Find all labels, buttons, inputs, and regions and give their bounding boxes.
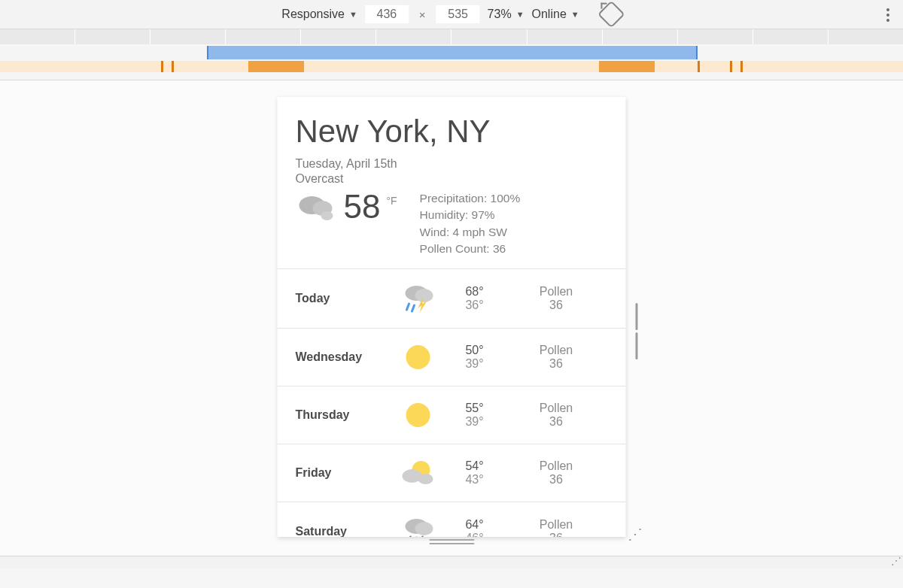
forecast-row: Today68°36°Pollen36 [278, 268, 626, 328]
forecast-list: Today68°36°Pollen36Wednesday50°39°Pollen… [278, 268, 626, 537]
device-preset-label: Responsive [281, 8, 345, 21]
partly-icon [392, 458, 445, 488]
forecast-row: Friday54°43°Pollen36 [278, 444, 626, 502]
current-condition: Overcast [296, 172, 608, 186]
chevron-down-icon: ▼ [349, 10, 357, 19]
svg-point-7 [406, 345, 430, 369]
breakpoint-marker[interactable] [740, 61, 743, 72]
media-query-bars [0, 46, 903, 80]
zoom-value: 73% [488, 8, 512, 21]
breakpoint-marker[interactable] [161, 61, 163, 72]
forecast-temps: 64°46° [445, 518, 505, 537]
current-date: Tuesday, April 15th [296, 157, 608, 171]
forecast-low: 43° [445, 473, 505, 486]
forecast-temps: 54°43° [445, 459, 505, 486]
viewport-height-input[interactable] [436, 5, 480, 23]
svg-point-13 [415, 522, 433, 535]
sun-icon [392, 400, 445, 430]
media-query-segment[interactable] [599, 61, 655, 72]
frame-resize-handle-corner[interactable]: ⋰ [628, 525, 641, 543]
statusbar: ⋰ [0, 556, 903, 568]
device-preset-select[interactable]: Responsive ▼ [281, 8, 357, 21]
forecast-temps: 50°39° [445, 344, 505, 371]
zoom-select[interactable]: 73% ▼ [488, 8, 524, 21]
window-resize-grip-icon[interactable]: ⋰ [891, 555, 900, 567]
forecast-day: Friday [296, 466, 392, 480]
forecast-pollen: Pollen36 [505, 402, 608, 429]
device-toolbar: Responsive ▼ × 73% ▼ Online ▼ [0, 0, 903, 29]
rain-icon [392, 516, 445, 537]
chevron-down-icon: ▼ [571, 10, 579, 19]
frame-resize-handle-bottom[interactable] [429, 539, 474, 544]
forecast-low: 39° [445, 415, 505, 429]
media-query-bar-min[interactable] [0, 61, 903, 72]
breakpoint-marker[interactable] [698, 61, 700, 72]
forecast-high: 55° [445, 402, 505, 415]
forecast-row: Saturday64°46°Pollen36 [278, 502, 626, 537]
weather-stats: Precipitation: 100% Humidity: 97% Wind: … [420, 190, 521, 258]
media-query-segment[interactable] [248, 61, 304, 72]
chevron-down-icon: ▼ [516, 10, 524, 19]
viewport-width-input[interactable] [365, 5, 409, 23]
forecast-low: 46° [445, 532, 505, 537]
forecast-low: 39° [445, 357, 505, 371]
overcast-icon [296, 190, 338, 223]
svg-point-11 [418, 474, 433, 484]
temp-unit: °F [386, 195, 397, 207]
forecast-day: Thursday [296, 408, 392, 422]
network-throttle-select[interactable]: Online ▼ [532, 8, 579, 21]
network-label: Online [532, 8, 567, 21]
forecast-high: 54° [445, 459, 505, 473]
svg-point-4 [415, 289, 433, 302]
forecast-pollen: Pollen36 [505, 344, 608, 371]
forecast-temps: 55°39° [445, 402, 505, 429]
forecast-pollen: Pollen36 [505, 285, 608, 312]
rotate-device-icon[interactable] [597, 1, 625, 29]
frame-resize-handle-right[interactable] [636, 303, 638, 359]
breakpoint-marker[interactable] [730, 61, 732, 72]
responsive-ruler[interactable] [0, 29, 903, 44]
dimension-separator: × [419, 8, 426, 21]
weather-header: New York, NY Tuesday, April 15th Overcas… [278, 97, 626, 268]
svg-line-5 [407, 304, 409, 310]
device-frame: New York, NY Tuesday, April 15th Overcas… [278, 97, 626, 537]
current-temp: 58 [344, 190, 381, 223]
more-options-icon[interactable] [886, 6, 889, 24]
breakpoint-marker[interactable] [172, 61, 174, 72]
emulated-viewport-area: New York, NY Tuesday, April 15th Overcas… [0, 80, 903, 556]
forecast-row: Thursday55°39°Pollen36 [278, 386, 626, 444]
forecast-high: 68° [445, 285, 505, 299]
storm-icon [392, 283, 445, 314]
sun-icon [392, 342, 445, 372]
svg-point-8 [406, 403, 430, 427]
svg-point-2 [321, 211, 333, 220]
forecast-high: 50° [445, 344, 505, 357]
forecast-row: Wednesday50°39°Pollen36 [278, 328, 626, 386]
forecast-low: 36° [445, 299, 505, 312]
media-query-bar-max[interactable] [207, 46, 698, 59]
forecast-pollen: Pollen36 [505, 459, 608, 486]
forecast-temps: 68°36° [445, 285, 505, 312]
svg-line-6 [412, 305, 415, 311]
location-title: New York, NY [296, 114, 608, 150]
forecast-day: Wednesday [296, 350, 392, 364]
forecast-high: 64° [445, 518, 505, 532]
forecast-pollen: Pollen36 [505, 518, 608, 537]
forecast-day: Saturday [296, 525, 392, 537]
forecast-day: Today [296, 292, 392, 305]
